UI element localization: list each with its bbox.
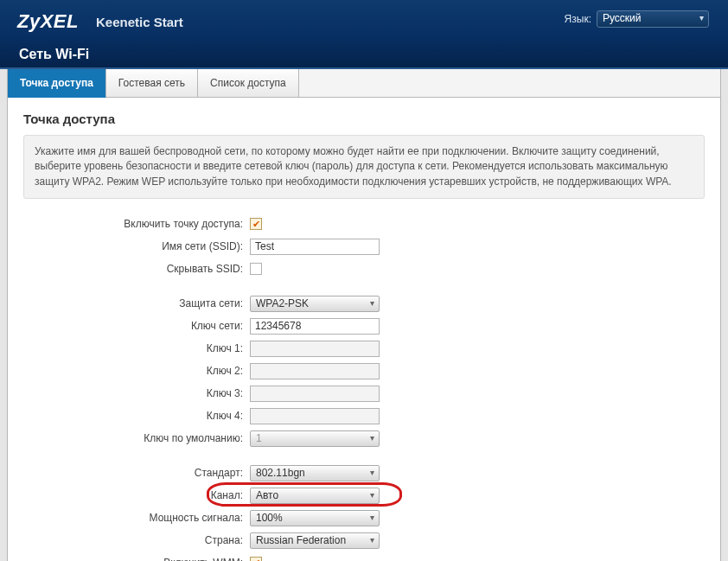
- page-title: Сеть Wi-Fi: [17, 36, 711, 62]
- select-channel[interactable]: Авто: [250, 488, 380, 504]
- label-key3: Ключ 3:: [23, 387, 250, 399]
- label-security: Защита сети:: [23, 297, 250, 309]
- label-default-key: Ключ по умолчанию:: [23, 432, 250, 444]
- lang-select[interactable]: Русский: [597, 10, 709, 28]
- model-name: Keenetic Start: [96, 15, 183, 29]
- input-key1[interactable]: [250, 341, 380, 357]
- select-country[interactable]: Russian Federation: [250, 532, 380, 549]
- page-body: Точка доступа Гостевая сеть Список досту…: [7, 69, 721, 561]
- settings-form: Включить точку доступа: ✔ Имя сети (SSID…: [23, 214, 705, 561]
- tab-guest-net[interactable]: Гостевая сеть: [106, 69, 198, 97]
- logo: ZyXEL: [17, 10, 79, 33]
- label-hide-ssid: Скрывать SSID:: [23, 263, 250, 275]
- select-default-key[interactable]: 1: [250, 430, 380, 447]
- input-key3[interactable]: [250, 386, 380, 402]
- section-title: Точка доступа: [23, 112, 705, 126]
- lang-picker: Язык: Русский: [565, 10, 709, 28]
- tab-bar: Точка доступа Гостевая сеть Список досту…: [8, 69, 720, 98]
- checkbox-wmm[interactable]: ✔: [250, 557, 262, 561]
- description: Укажите имя для вашей беспроводной сети,…: [23, 135, 705, 199]
- label-key1: Ключ 1:: [23, 342, 250, 354]
- app-header: ZyXEL Keenetic Start Язык: Русский Сеть …: [0, 0, 728, 69]
- tab-access-list[interactable]: Список доступа: [198, 69, 299, 97]
- input-net-key[interactable]: [250, 318, 380, 335]
- label-wmm: Включить WMM:: [23, 557, 250, 561]
- select-security[interactable]: WPA2-PSK: [250, 296, 380, 312]
- checkbox-hide-ssid[interactable]: ✔: [250, 263, 262, 275]
- tab-access-point[interactable]: Точка доступа: [8, 69, 106, 98]
- input-key2[interactable]: [250, 363, 380, 379]
- lang-label: Язык:: [565, 13, 591, 25]
- label-net-key: Ключ сети:: [23, 320, 250, 332]
- label-channel: Канал:: [23, 489, 250, 501]
- checkbox-enable-ap[interactable]: ✔: [250, 218, 262, 230]
- label-ssid: Имя сети (SSID):: [23, 240, 250, 252]
- label-country: Страна:: [23, 534, 250, 546]
- label-enable-ap: Включить точку доступа:: [23, 218, 250, 230]
- select-power[interactable]: 100%: [250, 510, 380, 526]
- label-power: Мощность сигнала:: [23, 512, 250, 524]
- input-key4[interactable]: [250, 408, 380, 424]
- label-key2: Ключ 2:: [23, 365, 250, 377]
- label-key4: Ключ 4:: [23, 410, 250, 422]
- label-standard: Стандарт:: [23, 467, 250, 479]
- select-standard[interactable]: 802.11bgn: [250, 465, 380, 481]
- input-ssid[interactable]: [250, 239, 380, 255]
